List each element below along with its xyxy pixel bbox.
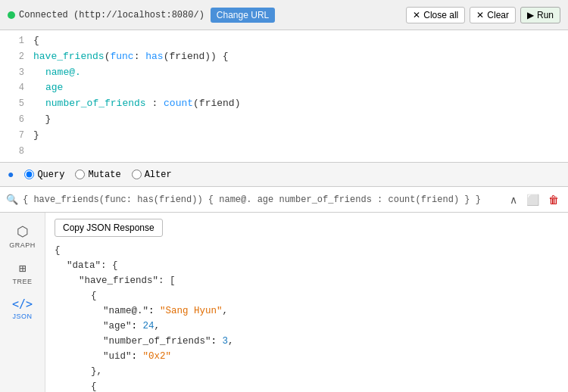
top-bar: Connected (http://localhost:8080/) Chang… xyxy=(0,0,568,30)
radio-mutate[interactable]: Mutate xyxy=(75,170,120,180)
graph-label: GRAPH xyxy=(9,241,36,249)
tree-icon: ⊞ xyxy=(19,261,27,276)
clear-icon: ✕ xyxy=(476,10,484,20)
connected-indicator xyxy=(8,11,15,19)
sidebar-item-json[interactable]: </> JSON xyxy=(3,293,42,325)
connection-status: Connected (http://localhost:8080/) xyxy=(8,10,204,20)
json-line-3: "have_friends": [ xyxy=(55,273,559,288)
sidebar-item-tree[interactable]: ⊞ TREE xyxy=(3,257,42,290)
json-line-8: "uid": "0x2" xyxy=(55,349,559,364)
code-line-5: 5 number_of_friends : count(friend) xyxy=(0,96,568,112)
json-icon: </> xyxy=(12,297,33,311)
close-all-icon: ✕ xyxy=(413,10,420,20)
query-type-bar: ● Query Mutate Alter xyxy=(0,163,568,187)
graph-icon: ⬡ xyxy=(17,223,29,240)
top-actions: ✕ Close all ✕ Clear ▶ Run xyxy=(406,7,560,23)
json-line-2: "data": { xyxy=(55,258,559,273)
run-icon: ▶ xyxy=(527,10,534,20)
connection-label: Connected (http://localhost:8080/) xyxy=(19,10,204,20)
json-line-5: "name@.": "Sang Hyun", xyxy=(55,303,559,319)
code-line-7: 7 } xyxy=(0,128,568,144)
code-line-6: 6 } xyxy=(0,112,568,128)
run-button[interactable]: ▶ Run xyxy=(520,7,560,23)
json-label: JSON xyxy=(12,313,32,320)
json-line-1: { xyxy=(55,243,559,258)
code-line-8: 8 xyxy=(0,144,568,160)
code-line-3: 3 name@. xyxy=(0,65,568,81)
search-expand-button[interactable]: ⬜ xyxy=(523,192,542,207)
json-line-10: { xyxy=(55,379,559,392)
search-delete-button[interactable]: 🗑 xyxy=(545,192,562,207)
search-icon: 🔍 xyxy=(6,194,18,206)
json-line-6: "age": 24, xyxy=(55,319,559,334)
radio-query[interactable]: Query xyxy=(24,170,64,180)
change-url-button[interactable]: Change URL xyxy=(211,8,275,23)
copy-json-row: Copy JSON Response xyxy=(55,219,559,237)
code-line-1: 1 { xyxy=(0,33,568,49)
copy-json-button[interactable]: Copy JSON Response xyxy=(55,219,163,237)
clear-button[interactable]: ✕ Clear xyxy=(470,7,516,23)
editor-area[interactable]: 1 { 2 have_friends(func: has(friend)) { … xyxy=(0,30,568,163)
sidebar: ⬡ GRAPH ⊞ TREE </> JSON xyxy=(0,213,45,392)
json-line-4: { xyxy=(55,288,559,303)
json-line-7: "number_of_friends": 3, xyxy=(55,334,559,349)
query-type-icon: ● xyxy=(8,169,14,181)
search-actions: ∧ ⬜ 🗑 xyxy=(507,192,562,207)
search-input[interactable] xyxy=(23,194,502,205)
json-line-9: }, xyxy=(55,364,559,379)
search-bar: 🔍 ∧ ⬜ 🗑 xyxy=(0,187,568,213)
sidebar-item-graph[interactable]: ⬡ GRAPH xyxy=(3,219,42,254)
code-line-4: 4 age xyxy=(0,80,568,96)
main-area: ⬡ GRAPH ⊞ TREE </> JSON Copy JSON Respon… xyxy=(0,213,568,392)
tree-label: TREE xyxy=(12,278,32,285)
search-up-button[interactable]: ∧ xyxy=(507,192,520,207)
code-line-2: 2 have_friends(func: has(friend)) { xyxy=(0,49,568,65)
radio-alter[interactable]: Alter xyxy=(132,170,172,180)
json-content[interactable]: Copy JSON Response { "data": { "have_fri… xyxy=(45,213,568,392)
close-all-button[interactable]: ✕ Close all xyxy=(406,7,465,23)
